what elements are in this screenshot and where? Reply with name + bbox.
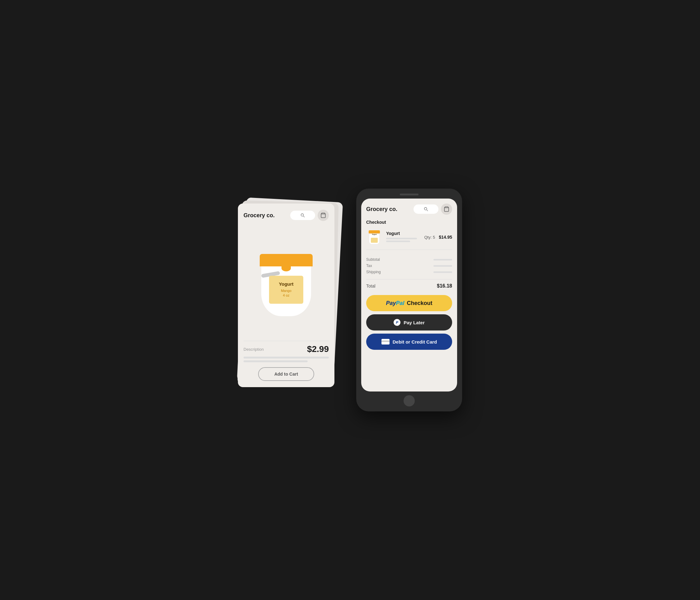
app-header: Grocery co. bbox=[244, 210, 329, 221]
header-right bbox=[290, 210, 329, 221]
checkout-cart-button[interactable] bbox=[441, 204, 452, 215]
yogurt-lid bbox=[260, 254, 312, 266]
desc-line-2 bbox=[244, 360, 308, 362]
item-quantity: Qty: 5 bbox=[424, 235, 435, 240]
left-phone-stack: Grocery co. bbox=[238, 204, 344, 396]
credit-card-icon bbox=[381, 339, 390, 344]
tax-line bbox=[433, 265, 452, 267]
checkout-section-label: Checkout bbox=[366, 220, 452, 225]
right-phone-device: Grocery co. bbox=[356, 189, 462, 411]
yogurt-label: Yogurt Mango 4 oz bbox=[269, 276, 303, 304]
search-icon bbox=[300, 213, 305, 218]
phone-speaker bbox=[400, 193, 419, 195]
checkout-app-logo: Grocery co. bbox=[366, 206, 397, 213]
description-lines bbox=[244, 357, 329, 362]
grand-total-row: Total $16.18 bbox=[366, 283, 452, 289]
phone-home-bar bbox=[361, 395, 457, 407]
item-name: Yogurt bbox=[386, 231, 420, 236]
item-desc-line-1 bbox=[386, 238, 417, 239]
product-image-area: Yogurt Mango 4 oz bbox=[244, 226, 329, 338]
pay-later-button[interactable]: P Pay Later bbox=[366, 314, 452, 331]
payment-buttons: PayPal Checkout P Pay Later Debit bbox=[366, 295, 452, 350]
item-details: Yogurt bbox=[386, 231, 420, 243]
order-item: Yogurt Yogurt Qty: 5 $14.95 bbox=[366, 229, 452, 250]
cart-icon bbox=[320, 213, 326, 218]
item-desc-line-2 bbox=[386, 240, 410, 242]
checkout-screen: Grocery co. bbox=[361, 199, 457, 391]
svg-line-4 bbox=[427, 210, 428, 211]
svg-line-1 bbox=[303, 216, 304, 217]
phone-notch bbox=[361, 193, 457, 195]
product-price: $2.99 bbox=[307, 344, 329, 354]
item-price: $14.95 bbox=[439, 235, 452, 240]
svg-point-3 bbox=[424, 208, 427, 210]
subtotal-line bbox=[433, 259, 452, 260]
subtotal-label: Subtotal bbox=[366, 257, 380, 262]
paypal-logo: PayPal bbox=[386, 300, 404, 307]
credit-card-text: Debit or Credit Card bbox=[393, 339, 437, 344]
tax-label: Tax bbox=[366, 264, 372, 268]
checkout-app-header: Grocery co. bbox=[366, 204, 452, 215]
checkout-search-pill[interactable] bbox=[414, 205, 439, 214]
order-totals: Subtotal Tax Shipping bbox=[366, 254, 452, 280]
shipping-row: Shipping bbox=[366, 270, 452, 274]
yogurt-illustration: Yogurt Mango 4 oz bbox=[258, 248, 314, 316]
thumb-lid bbox=[369, 230, 380, 233]
checkout-header-right bbox=[414, 204, 452, 215]
scene: Grocery co. bbox=[219, 170, 481, 430]
cart-button[interactable] bbox=[318, 210, 329, 221]
add-to-cart-button[interactable]: Add to Cart bbox=[258, 367, 314, 381]
checkout-cart-icon bbox=[444, 206, 449, 212]
total-amount: $16.18 bbox=[437, 283, 452, 289]
product-info: Description $2.99 Add to Cart bbox=[244, 341, 329, 381]
app-logo: Grocery co. bbox=[244, 212, 275, 219]
subtotal-row: Subtotal bbox=[366, 257, 452, 262]
shipping-label: Shipping bbox=[366, 270, 381, 274]
product-screen: Grocery co. bbox=[238, 204, 334, 387]
paypal-checkout-button[interactable]: PayPal Checkout bbox=[366, 295, 452, 311]
home-button[interactable] bbox=[404, 395, 415, 407]
desc-line-1 bbox=[244, 357, 329, 359]
item-thumbnail: Yogurt bbox=[366, 229, 382, 245]
paylater-icon: P bbox=[394, 319, 400, 326]
paypal-checkout-text: Checkout bbox=[407, 300, 432, 307]
thumb-text: Yogurt bbox=[372, 233, 377, 235]
shipping-line bbox=[433, 271, 452, 273]
total-label: Total bbox=[366, 284, 376, 288]
yogurt-label-flavor: Mango 4 oz bbox=[281, 288, 292, 298]
search-pill[interactable] bbox=[290, 211, 315, 220]
card-stripe bbox=[381, 340, 390, 342]
thumb-label bbox=[371, 238, 378, 243]
credit-card-button[interactable]: Debit or Credit Card bbox=[366, 334, 452, 350]
tax-row: Tax bbox=[366, 264, 452, 268]
svg-point-0 bbox=[301, 214, 304, 216]
description-label: Description bbox=[244, 347, 264, 351]
yogurt-label-name: Yogurt bbox=[279, 281, 293, 287]
yogurt-drip bbox=[281, 265, 291, 271]
pay-later-text: Pay Later bbox=[404, 320, 425, 325]
price-row: Description $2.99 bbox=[244, 344, 329, 354]
checkout-search-icon bbox=[424, 207, 428, 212]
